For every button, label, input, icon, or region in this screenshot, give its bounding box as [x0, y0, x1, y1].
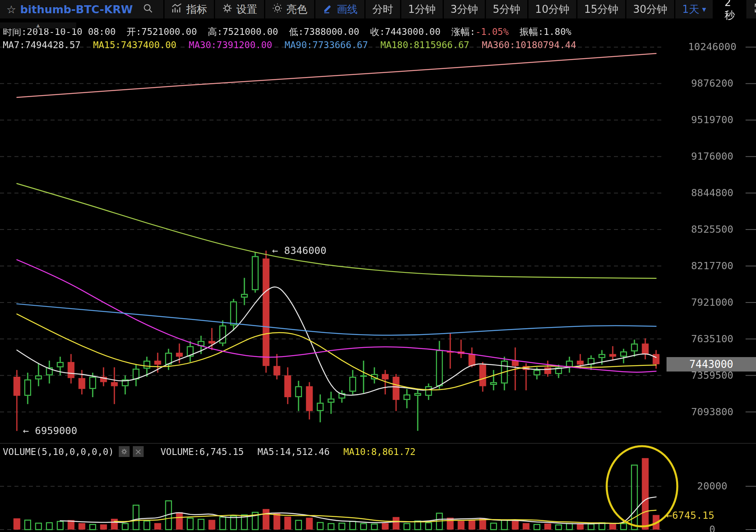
price-axis-tick-label: 8525500 [682, 223, 742, 235]
countdown-timer: 2秒 [714, 0, 745, 18]
search-icon[interactable] [142, 3, 157, 16]
favorite-star-icon[interactable]: ☆ [6, 3, 16, 16]
interval-dropdown-1day[interactable]: 1天 ▾ [675, 0, 713, 18]
price-axis-tick-label: 10246000 [682, 41, 742, 53]
ma15-legend: MA15:7437400.00 [93, 40, 177, 50]
price-axis-tick-label: 9876200 [682, 77, 742, 89]
price-axis-tick-label: 8217700 [682, 260, 742, 272]
interval-button-1min[interactable]: 1分钟 [401, 0, 443, 18]
chevron-down-icon: ▾ [702, 4, 706, 14]
volume-indicator-title: VOLUME(5,10,0,0,0,0) [3, 447, 114, 457]
symbol-selector[interactable]: ☆ bithumb-BTC-KRW [0, 0, 163, 18]
volume-settings-button[interactable] [119, 446, 130, 457]
collapse-panel-arrow-icon[interactable]: ▲ [0, 22, 76, 28]
volume-ma5-value: MA5:14,512.46 [258, 447, 330, 457]
price-axis-tick-label: 8844800 [682, 187, 742, 199]
interval-button-fenshi[interactable]: 分时 [366, 0, 400, 18]
gear-icon [121, 448, 128, 455]
pencil-icon [322, 3, 337, 16]
info-change: 涨幅:-1.05% [451, 26, 509, 38]
volume-axis-tick-label: 0 [682, 524, 742, 532]
price-axis-tick-label: 7093800 [682, 406, 742, 418]
settings-button[interactable]: 设置 [215, 0, 264, 18]
indicator-button[interactable]: 指标 [165, 0, 214, 18]
price-axis-tick-label: 9176000 [682, 150, 742, 162]
volume-ma10-value: MA10:8,861.72 [343, 447, 416, 457]
theme-button[interactable]: 亮色 [265, 0, 314, 18]
indicator-chart-icon [171, 3, 186, 16]
last-price-tag: 7443000 [667, 357, 756, 372]
ma30-legend: MA30:7391200.00 [189, 40, 272, 50]
close-icon: × [134, 447, 142, 457]
price-axis-tick-label: 9519700 [682, 114, 742, 126]
interval-button-5min[interactable]: 5分钟 [486, 0, 527, 18]
symbol-title: bithumb-BTC-KRW [20, 3, 133, 16]
ohlc-info-bar: 时间:2018-10-10 08:00 开:7521000.00 高:75210… [3, 26, 582, 38]
volume-header: VOLUME(5,10,0,0,0,0) × VOLUME:6,745.15 M… [3, 446, 429, 457]
fullscreen-button[interactable] [746, 0, 756, 18]
info-close: 收:7443000.00 [370, 26, 440, 38]
info-amplitude: 振幅:1.80% [520, 26, 571, 38]
ma7-legend: MA7:7494428.57 [3, 40, 81, 50]
ma360-legend: MA360:10180794.44 [482, 40, 576, 50]
volume-axis-tick-label: 20000 [682, 480, 742, 492]
gear-icon [222, 3, 236, 16]
fullscreen-icon [753, 2, 756, 16]
price-axis-tick-label: 7635100 [682, 333, 742, 345]
volume-close-button[interactable]: × [133, 446, 144, 457]
interval-button-10min[interactable]: 10分钟 [528, 0, 576, 18]
volume-value: VOLUME:6,745.15 [161, 447, 244, 457]
interval-button-30min[interactable]: 30分钟 [626, 0, 674, 18]
info-low: 低:7388000.00 [289, 26, 359, 38]
ma90-legend: MA90:7733666.67 [285, 40, 368, 50]
sun-icon [272, 3, 287, 16]
info-open: 开:7521000.00 [126, 26, 197, 38]
trading-app: ☆ bithumb-BTC-KRW 指标 设置 亮色 画线 分时 1分钟 3分钟… [0, 0, 756, 532]
ma-legend: MA7:7494428.57 MA15:7437400.00 MA30:7391… [3, 40, 589, 50]
toolbar: ☆ bithumb-BTC-KRW 指标 设置 亮色 画线 分时 1分钟 3分钟… [0, 0, 756, 18]
info-high: 高:7521000.00 [208, 26, 278, 38]
last-volume-annotation: ←6745.15 [666, 510, 714, 521]
ma180-legend: MA180:8115966.67 [380, 40, 469, 50]
draw-line-button[interactable]: 画线 [315, 0, 364, 18]
price-axis-tick-label: 7921000 [682, 296, 742, 308]
high-price-annotation: ← 8346000 [272, 245, 326, 256]
interval-button-3min[interactable]: 3分钟 [444, 0, 485, 18]
interval-button-15min[interactable]: 15分钟 [577, 0, 625, 18]
low-price-annotation: ← 6959000 [23, 425, 77, 437]
